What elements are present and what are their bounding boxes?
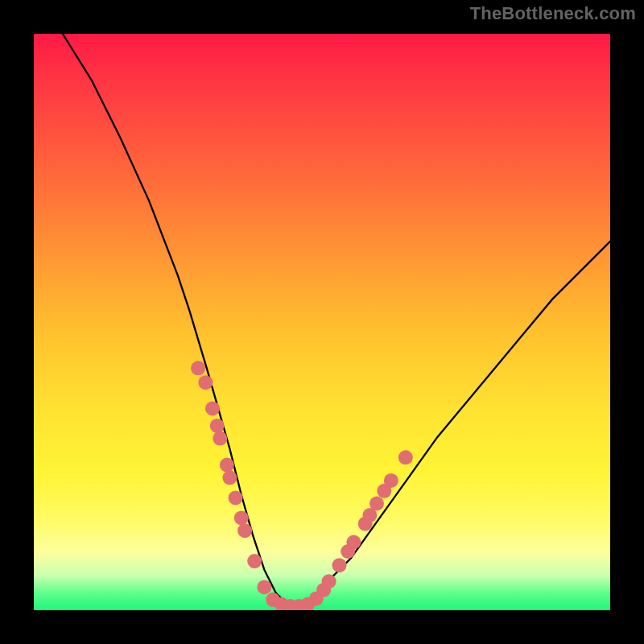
curve-marker [220,458,234,473]
curve-marker [398,450,413,464]
curve-markers [191,361,413,610]
bottleneck-curve-path [63,34,610,610]
chart-frame: TheBottleneck.com [0,0,644,644]
curve-marker [205,401,220,415]
watermark-text: TheBottleneck.com [470,3,636,24]
plot-area [34,34,610,610]
curve-marker [257,580,271,594]
bottleneck-curve-svg [34,34,610,610]
curve-marker [332,558,347,572]
curve-marker [213,431,227,446]
curve-marker [234,510,249,525]
curve-marker [222,470,237,485]
curve-marker [322,574,336,588]
curve-marker [369,497,384,511]
curve-marker [229,490,243,505]
curve-marker [210,419,225,433]
curve-marker [198,375,213,390]
curve-marker [384,473,398,488]
curve-marker [237,523,252,538]
curve-marker [247,554,262,568]
curve-marker [346,535,361,550]
curve-marker [191,361,205,375]
